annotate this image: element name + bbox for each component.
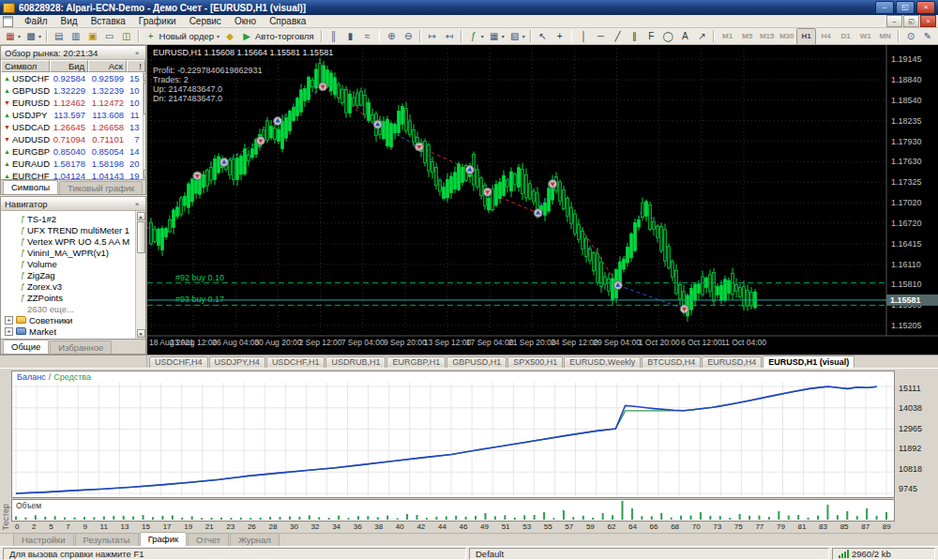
timeframe-h4-button[interactable]: H4 [816,28,836,45]
chart-shift-button[interactable]: ↤ [441,28,458,45]
timeframe-m1-button[interactable]: M1 [718,28,737,45]
market-watch-row-euraud[interactable]: ▲EURAUD1.581781.5819820 [1,158,143,170]
menu-item-view[interactable]: Вид [54,16,84,26]
candlestick-chart-button[interactable]: ▮ [342,28,359,45]
market-watch-row-eurchf[interactable]: ▲EURCHF1.041241.0414319 [1,170,143,179]
tester-tab-2[interactable]: График [140,532,187,546]
timeframe-m5-button[interactable]: M5 [737,28,757,45]
timeframe-m15-button[interactable]: M15 [757,28,777,45]
mdi-close-button[interactable]: × [920,15,936,27]
chart-tab-4[interactable]: EURGBP,H1 [386,356,446,368]
timeframe-m30-button[interactable]: M30 [777,28,796,45]
maximize-button[interactable]: ◱ [896,1,915,14]
tester-tab-3[interactable]: Отчет [188,533,229,546]
navigator-toggle[interactable]: ▣ [84,28,101,45]
expander-plus-icon[interactable]: + [5,316,13,325]
market-watch-row-usdjpy[interactable]: ▲USDJPY113.597113.60811 [1,109,143,121]
shapes-button[interactable]: ◯ [659,28,676,45]
quick-edit-button[interactable]: ✎ [919,28,936,45]
market-watch-row-eurgbp[interactable]: ▲EURGBP0.850400.8505414 [1,145,143,158]
scroll-up-icon[interactable]: ▲ [137,212,145,220]
chart-tab-2[interactable]: USDCHF,H1 [266,356,325,368]
chart-tab-10[interactable]: EURUSD,H1 (visual) [763,356,855,368]
bar-chart-button[interactable]: ║ [325,28,342,45]
close-button[interactable]: × [916,1,935,14]
menu-item-charts[interactable]: Графики [132,16,183,26]
market-watch-tab-1[interactable]: Тиковый график [59,181,143,194]
chart-tab-1[interactable]: USDJPY,H4 [209,356,265,368]
navigator-item-5[interactable]: ƒZigZag [1,269,135,280]
zoom-out-button[interactable]: ⊖ [400,28,416,45]
market-watch-row-audusd[interactable]: ▼AUDUSD0.710940.711017 [1,133,143,145]
price-chart-svg[interactable]: 1.191451.188401.185401.182351.179301.176… [147,45,938,355]
navigator-scrollbar[interactable]: ▲ ▼ [135,211,145,339]
menu-item-tools[interactable]: Сервис [183,16,228,26]
menu-item-file[interactable]: Файл [18,16,54,26]
navigator-item-1[interactable]: ƒUFX TREND multiMeter 1 [1,224,135,235]
nav-close-icon[interactable]: × [132,200,142,208]
navigator-item-0[interactable]: ƒTS-1#2 [1,213,135,224]
tester-balance-chart[interactable]: Баланс / Средства [11,371,895,498]
timeframe-h1-button[interactable]: H1 [796,28,816,45]
tester-volume-chart[interactable]: Объем [11,499,895,522]
fibonacci-button[interactable]: F [643,28,659,45]
channel-button[interactable]: ∥ [626,28,643,45]
chart-tab-9[interactable]: EURUSD,H4 [702,356,762,368]
line-chart-button[interactable]: ≈ [359,28,376,45]
search-button[interactable]: ⊙ [902,28,919,45]
trendline-button[interactable]: ╱ [609,28,626,45]
navigator-tab-1[interactable]: Избранное [50,341,112,354]
arrow-tools-button[interactable]: ↗ [693,28,710,45]
market-watch-scrollbar[interactable]: ▲ ▼ [143,72,145,179]
menu-item-help[interactable]: Справка [263,16,312,26]
profiles-button[interactable]: ▩▾ [23,28,43,45]
market-watch-row-usdcad[interactable]: ▼USDCAD1.266451.2665813 [1,121,143,133]
tester-tab-0[interactable]: Настройки [13,533,74,546]
scroll-up-icon[interactable]: ▲ [144,73,145,82]
price-chart-area[interactable]: 1.191451.188401.185401.182351.179301.176… [147,45,938,355]
chart-tab-8[interactable]: BTCUSD,H4 [642,356,701,368]
auto-scroll-button[interactable]: ↦ [424,28,441,45]
tester-tab-4[interactable]: Журнал [230,533,280,546]
periods-button[interactable]: ▦▾ [486,28,507,45]
chart-tab-6[interactable]: SPX500,H1 [507,356,563,368]
chart-tab-7[interactable]: EURUSD,Weekly [564,356,641,368]
navigator-item-6[interactable]: ƒZorex.v3 [1,280,135,292]
column-header-1[interactable]: Бид [50,60,88,72]
tester-tab-1[interactable]: Результаты [75,533,139,546]
minimize-button[interactable]: – [875,1,894,14]
zoom-in-button[interactable]: ⊕ [383,28,400,45]
chart-tab-5[interactable]: GBPUSD,H1 [446,356,507,368]
navigator-item-4[interactable]: ƒVolume [1,258,135,269]
market-watch-close-icon[interactable]: × [132,49,142,57]
indicators-button[interactable]: ƒ▾ [465,28,486,45]
chart-tab-0[interactable]: USDCHF,H4 [149,356,208,368]
chart-tab-3[interactable]: USDRUB,H1 [325,356,386,368]
column-header-2[interactable]: Аск [88,60,127,72]
data-window-toggle[interactable]: ▥ [68,28,84,45]
balance-chart-svg[interactable] [12,383,894,497]
market-watch-row-usdchf[interactable]: ▲USDCHF0.925840.9259915 [1,72,143,84]
strategy-tester-toggle[interactable]: ◫ [118,28,135,45]
navigator-item-7[interactable]: ƒZZPoints [1,292,135,303]
scrollbar-thumb[interactable] [137,221,145,253]
navigator-item-9[interactable]: +Советники [1,314,135,325]
navigator-item-8[interactable]: 2630 еще... [1,303,135,314]
timeframe-d1-button[interactable]: D1 [836,28,855,45]
column-header-0[interactable]: Символ [1,60,50,72]
timeframe-mn-button[interactable]: MN [875,28,895,45]
text-button[interactable]: A [676,28,693,45]
mdi-minimize-button[interactable]: – [886,15,902,27]
navigator-item-2[interactable]: ƒVertex WPR UO 4.5 AA M [1,235,135,247]
scrollbar-thumb[interactable] [144,83,145,114]
market-watch-toggle[interactable]: ▤ [51,28,68,45]
market-watch-tab-0[interactable]: Символы [3,180,58,194]
vertical-line-button[interactable]: │ [575,28,592,45]
crosshair-button[interactable]: + [552,28,568,45]
timeframe-w1-button[interactable]: W1 [855,28,875,45]
horizontal-line-button[interactable]: ─ [592,28,609,45]
new-chart-button[interactable]: ▦▾ [2,28,23,45]
cursor-button[interactable]: ↖ [535,28,552,45]
market-watch-row-gbpusd[interactable]: ▲GBPUSD1.322291.3223910 [1,84,143,97]
autotrade-button[interactable]: ▶Авто-торговля [238,28,318,45]
